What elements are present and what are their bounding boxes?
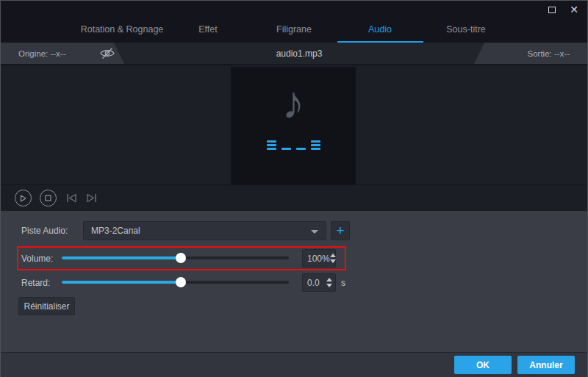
tab-rotation-rognage[interactable]: Rotation & Rognage: [79, 18, 165, 43]
audio-track-label: Piste Audio:: [21, 226, 68, 236]
spin-down-icon[interactable]: [326, 284, 332, 287]
previous-button[interactable]: [65, 193, 78, 204]
delay-value: 0.0: [307, 278, 320, 288]
output-label: Sortie: --x--: [528, 43, 570, 64]
equalizer-icon: [267, 140, 320, 150]
tab-audio[interactable]: Audio: [337, 18, 423, 43]
delay-unit-label: s: [341, 278, 345, 288]
skip-back-icon: [66, 193, 77, 203]
play-button[interactable]: [15, 190, 32, 207]
filename-label: audio1.mp3: [276, 49, 323, 59]
audio-track-value: MP3-2Canal: [91, 226, 140, 236]
player-bar: 00:00:01.18/00:00:47.11: [1, 184, 587, 211]
ok-button[interactable]: OK: [454, 356, 512, 374]
delay-label: Retard:: [21, 278, 50, 288]
volume-value-box[interactable]: 100%: [302, 249, 336, 268]
spin-down-icon[interactable]: [330, 259, 336, 263]
chevron-down-icon: [311, 230, 318, 234]
close-button[interactable]: ✕: [568, 4, 580, 15]
next-button[interactable]: [85, 193, 98, 204]
audio-preview-box: ♪: [231, 67, 356, 184]
delay-slider-fill: [62, 281, 181, 284]
delay-slider[interactable]: [62, 281, 289, 284]
tab-filigrane[interactable]: Filigrane: [251, 18, 337, 43]
add-audio-track-button[interactable]: +: [331, 221, 350, 240]
delay-slider-thumb[interactable]: [176, 277, 186, 287]
volume-slider-thumb[interactable]: [176, 253, 186, 263]
preview-toggle-button[interactable]: [98, 46, 116, 61]
delay-spinner[interactable]: [326, 278, 332, 287]
current-file-tab[interactable]: audio1.mp3: [114, 43, 484, 64]
audio-edit-dialog: ✕ Rotation & Rognage Effet Filigrane Aud…: [0, 0, 588, 377]
maximize-icon: [548, 7, 556, 13]
tab-sous-titre[interactable]: Sous-titre: [423, 18, 509, 43]
close-icon: ✕: [570, 4, 578, 15]
file-bar: Origine: --x-- audio1.mp3 Sortie: --x--: [1, 43, 587, 64]
cancel-button[interactable]: Annuler: [517, 356, 575, 374]
window-controls: ✕: [546, 4, 580, 15]
volume-spinner[interactable]: [330, 254, 336, 263]
eye-slash-icon: [99, 47, 115, 60]
volume-value: 100%: [307, 254, 330, 264]
maximize-button[interactable]: [546, 4, 558, 15]
music-note-icon: ♪: [282, 74, 305, 132]
skip-forward-icon: [86, 193, 97, 203]
volume-slider[interactable]: [62, 256, 289, 259]
header: ✕ Rotation & Rognage Effet Filigrane Aud…: [1, 1, 587, 43]
audio-track-dropdown[interactable]: MP3-2Canal: [83, 221, 326, 240]
delay-value-box[interactable]: 0.0: [302, 273, 336, 292]
tab-bar: Rotation & Rognage Effet Filigrane Audio…: [1, 18, 587, 43]
volume-label: Volume:: [21, 254, 53, 264]
footer-bar: OK Annuler: [1, 352, 587, 377]
settings-panel: Piste Audio: MP3-2Canal + Volume: 100% R…: [1, 211, 587, 352]
reset-button[interactable]: Réinitialiser: [18, 297, 75, 315]
tab-effet[interactable]: Effet: [165, 18, 251, 43]
preview-area: ♪: [1, 64, 587, 184]
spin-up-icon[interactable]: [330, 254, 336, 257]
origin-label: Origine: --x--: [18, 43, 66, 64]
stop-button[interactable]: [40, 190, 57, 207]
spin-up-icon[interactable]: [326, 278, 332, 281]
volume-slider-fill: [62, 256, 181, 259]
stop-icon: [45, 195, 51, 201]
play-icon: [20, 195, 26, 202]
